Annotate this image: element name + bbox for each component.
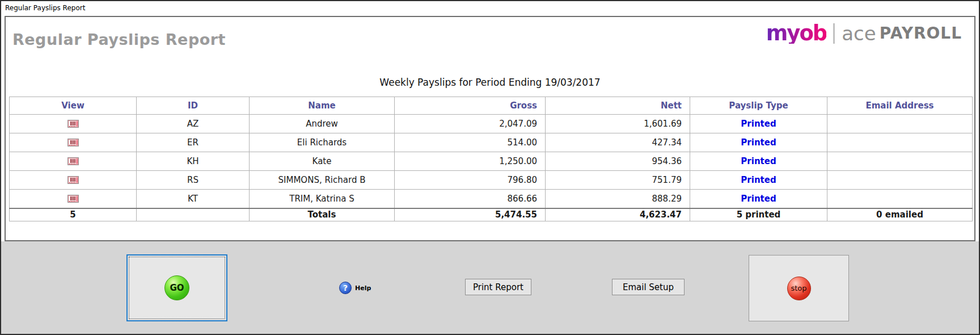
stop-button[interactable]: stop (749, 255, 849, 321)
totals-empty-id (137, 208, 250, 221)
nett-cell: 888.29 (546, 190, 690, 208)
report-subtitle: Weekly Payslips for Period Ending 19/03/… (6, 77, 974, 88)
totals-count: 5 (10, 208, 137, 221)
id-cell: KT (137, 190, 250, 208)
email-cell (827, 115, 973, 133)
name-cell: SIMMONS, Richard B (250, 171, 395, 190)
help-button[interactable]: ? Help (339, 282, 371, 294)
view-cell (10, 190, 137, 208)
page-title: Regular Payslips Report (12, 31, 226, 48)
table-row: KT TRIM, Katrina S 866.66 888.29 Printed (10, 190, 973, 208)
nett-cell: 751.79 (546, 171, 690, 190)
id-cell: RS (137, 171, 250, 190)
view-cell (10, 171, 137, 190)
email-cell (827, 190, 973, 208)
myob-logo: myob (766, 23, 827, 44)
email-cell (827, 152, 973, 171)
id-cell: ER (137, 133, 250, 152)
name-cell: Kate (250, 152, 395, 171)
gross-cell: 866.66 (395, 190, 546, 208)
column-header-view: View (10, 97, 137, 115)
stop-button-label: stop (791, 284, 806, 292)
payslip-view-icon[interactable] (10, 176, 136, 184)
totals-gross: 5,474.55 (395, 208, 546, 221)
go-button[interactable]: GO (126, 254, 227, 321)
gross-cell: 1,250.00 (395, 152, 546, 171)
window-titlebar: Regular Payslips Report (1, 1, 979, 14)
brand-logo: myob ace PAYROLL (766, 23, 962, 44)
table-row: KH Kate 1,250.00 954.36 Printed (10, 152, 973, 171)
email-setup-label: Email Setup (623, 282, 674, 292)
id-cell: KH (137, 152, 250, 171)
go-sphere-icon[interactable]: GO (164, 275, 189, 300)
nett-cell: 1,601.69 (546, 115, 690, 133)
view-cell (10, 133, 137, 152)
gross-cell: 514.00 (395, 133, 546, 152)
totals-label: Totals (250, 208, 395, 221)
view-cell (10, 152, 137, 171)
totals-emailed: 0 emailed (827, 208, 973, 221)
action-bar: GO ? Help Print Report Email Setup stop (1, 241, 979, 334)
payslip-view-icon[interactable] (10, 157, 136, 165)
help-glyph: ? (343, 283, 348, 292)
payslip-type-link[interactable]: Printed (690, 171, 827, 190)
column-header-id: ID (137, 97, 250, 115)
stop-sphere-icon[interactable]: stop (787, 277, 811, 300)
nett-cell: 954.36 (546, 152, 690, 171)
window-title: Regular Payslips Report (5, 4, 85, 12)
table-row: AZ Andrew 2,047.09 1,601.69 Printed (10, 115, 973, 133)
email-cell (827, 171, 973, 190)
payslips-table: View ID Name Gross Nett Payslip Type Ema… (9, 97, 973, 221)
go-button-label: GO (170, 283, 184, 293)
id-cell: AZ (137, 115, 250, 133)
ace-logo: ace (842, 24, 876, 43)
column-header-payslip-type: Payslip Type (690, 97, 827, 115)
gross-cell: 796.80 (395, 171, 546, 190)
payslip-type-link[interactable]: Printed (690, 115, 827, 133)
totals-printed: 5 printed (690, 208, 827, 221)
column-header-gross: Gross (395, 97, 546, 115)
logo-divider (833, 23, 835, 44)
name-cell: Andrew (250, 115, 395, 133)
payslip-view-icon[interactable] (10, 195, 136, 203)
nett-cell: 427.34 (546, 133, 690, 152)
payroll-logo: PAYROLL (880, 26, 962, 41)
payslip-type-link[interactable]: Printed (690, 152, 827, 171)
payslip-type-link[interactable]: Printed (690, 190, 827, 208)
table-header-row: View ID Name Gross Nett Payslip Type Ema… (10, 97, 973, 115)
print-report-label: Print Report (473, 282, 523, 292)
column-header-nett: Nett (546, 97, 690, 115)
totals-row: 5 Totals 5,474.55 4,623.47 5 printed 0 e… (10, 208, 973, 221)
report-panel: Regular Payslips Report myob ace PAYROLL… (5, 16, 975, 241)
help-label: Help (355, 284, 371, 292)
payslip-view-icon[interactable] (10, 139, 136, 146)
email-cell (827, 133, 973, 152)
name-cell: TRIM, Katrina S (250, 190, 395, 208)
payslip-type-link[interactable]: Printed (690, 133, 827, 152)
print-report-button[interactable]: Print Report (465, 279, 531, 295)
app-window: Regular Payslips Report Regular Payslips… (0, 0, 980, 335)
column-header-email: Email Address (827, 97, 973, 115)
table-row: ER Eli Richards 514.00 427.34 Printed (10, 133, 973, 152)
column-header-name: Name (250, 97, 395, 115)
gross-cell: 2,047.09 (395, 115, 546, 133)
payslip-view-icon[interactable] (10, 120, 136, 128)
help-question-icon[interactable]: ? (339, 282, 352, 294)
view-cell (10, 115, 137, 133)
name-cell: Eli Richards (250, 133, 395, 152)
totals-nett: 4,623.47 (546, 208, 690, 221)
table-row: RS SIMMONS, Richard B 796.80 751.79 Prin… (10, 171, 973, 190)
email-setup-button[interactable]: Email Setup (612, 279, 685, 295)
